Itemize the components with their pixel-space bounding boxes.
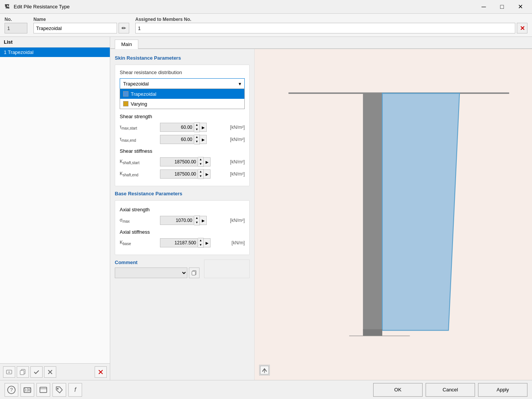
kshaft-start-row: Kshaft,start ▲ ▼ ▶ [kN/m²]: [120, 157, 245, 167]
kbase-down[interactable]: ▼: [198, 243, 203, 247]
base-resistance-group: Axial strength σmax ▲ ▼: [115, 200, 250, 255]
tau-end-up[interactable]: ▲: [194, 135, 200, 139]
kshaft-end-spin: ▲ ▼: [198, 169, 204, 179]
svg-point-24: [57, 388, 59, 390]
tau-end-down[interactable]: ▼: [194, 139, 200, 144]
no-group: No.: [5, 17, 27, 33]
comment-area: Comment: [115, 260, 200, 278]
varying-swatch: [123, 101, 128, 106]
assigned-input[interactable]: [135, 23, 515, 33]
kshaft-end-up[interactable]: ▲: [198, 169, 203, 174]
kshaft-start-arrow-button[interactable]: ▶: [204, 157, 211, 166]
distribution-options: Trapezoidal Varying: [120, 89, 245, 109]
sigma-max-arrow-button[interactable]: ▶: [200, 216, 207, 225]
tab-main[interactable]: Main: [115, 40, 138, 49]
svg-text:f: f: [74, 386, 77, 393]
list-item[interactable]: 1 Trapezoidal: [0, 48, 110, 57]
delete-button[interactable]: [95, 366, 107, 378]
tau-end-unit: [kN/m²]: [230, 137, 245, 142]
tau-start-row: τmax,start ▲ ▼ ▶ [kN/m²]: [120, 122, 245, 132]
kshaft-end-arrow-button[interactable]: ▶: [204, 169, 211, 179]
kshaft-end-down[interactable]: ▼: [198, 174, 203, 179]
kshaft-start-input-wrap: ▲ ▼ ▶: [160, 157, 226, 167]
svg-rect-14: [363, 329, 382, 336]
apply-button[interactable]: Apply: [478, 383, 527, 397]
sidebar: List 1 Trapezoidal +: [0, 37, 110, 380]
kbase-input[interactable]: [160, 238, 198, 247]
close-button[interactable]: ✕: [511, 2, 529, 12]
kbase-up[interactable]: ▲: [198, 238, 203, 243]
kshaft-start-up[interactable]: ▲: [198, 157, 203, 162]
numeric-button[interactable]: 0.00: [21, 383, 34, 397]
tau-end-row: τmax,end ▲ ▼ ▶ [kN/m²]: [120, 135, 245, 144]
uncheck-button[interactable]: [44, 366, 56, 378]
option-trapezoidal[interactable]: Trapezoidal: [120, 89, 244, 99]
tau-end-arrow-button[interactable]: ▶: [200, 135, 207, 144]
distribution-dropdown[interactable]: Trapezoidal ▾: [120, 78, 245, 89]
sigma-max-up[interactable]: ▲: [194, 216, 200, 220]
assigned-label: Assigned to Members No.: [135, 17, 527, 22]
viz-panel: [255, 49, 532, 380]
kshaft-start-unit: [kN/m²]: [230, 159, 245, 165]
window-title: Edit Pile Resistance Type: [14, 4, 475, 10]
svg-marker-13: [382, 93, 459, 330]
kbase-arrow-button[interactable]: ▶: [204, 238, 211, 247]
dropdown-arrow-icon: ▾: [239, 81, 241, 87]
window-controls: ─ □ ✕: [475, 2, 529, 12]
ok-button[interactable]: OK: [373, 383, 423, 397]
sigma-max-input[interactable]: [160, 216, 194, 225]
tau-start-label: τmax,start: [120, 124, 158, 130]
name-edit-button[interactable]: ✏: [119, 23, 129, 33]
dialog-body: No. Name ✏ Assigned to Members No. ✕ Lis…: [0, 14, 532, 399]
tau-end-spin: ▲ ▼: [194, 135, 200, 144]
formula-button[interactable]: f: [68, 383, 82, 397]
assigned-clear-button[interactable]: ✕: [517, 23, 527, 33]
sigma-max-input-wrap: ▲ ▼ ▶: [160, 215, 226, 225]
svg-text:+: +: [8, 370, 10, 374]
shear-strength-label: Shear strength: [120, 114, 245, 119]
kbase-input-wrap: ▲ ▼ ▶: [160, 238, 228, 248]
kshaft-start-down[interactable]: ▼: [198, 162, 203, 166]
kshaft-end-input[interactable]: [160, 169, 198, 179]
tau-end-input[interactable]: [160, 135, 194, 144]
sigma-max-down[interactable]: ▼: [194, 220, 200, 225]
trapezoidal-swatch: [123, 91, 128, 97]
view-button[interactable]: [36, 383, 50, 397]
help-button[interactable]: ?: [5, 383, 18, 397]
tau-start-up[interactable]: ▲: [194, 123, 200, 127]
name-input[interactable]: [33, 23, 117, 33]
check-button[interactable]: [30, 366, 43, 378]
add-button[interactable]: +: [3, 366, 15, 378]
comment-select[interactable]: [115, 268, 187, 278]
minimize-button[interactable]: ─: [475, 2, 492, 12]
comment-copy-button[interactable]: [189, 268, 200, 278]
kshaft-end-label: Kshaft,end: [120, 171, 158, 177]
viz-export-button[interactable]: [259, 365, 270, 375]
kshaft-end-row: Kshaft,end ▲ ▼ ▶ [kN/m²]: [120, 169, 245, 179]
tau-start-unit: [kN/m²]: [230, 125, 245, 130]
tau-start-input[interactable]: [160, 123, 194, 132]
distribution-label: Shear resistance distribution: [120, 70, 245, 75]
assigned-row: ✕: [135, 23, 527, 33]
bottom-form-row: Comment: [115, 260, 250, 278]
kbase-spin: ▲ ▼: [198, 238, 204, 248]
maximize-button[interactable]: □: [493, 2, 511, 12]
tau-start-down[interactable]: ▼: [194, 127, 200, 132]
kshaft-start-input[interactable]: [160, 157, 198, 166]
cancel-button[interactable]: Cancel: [426, 383, 475, 397]
kshaft-start-label: Kshaft,start: [120, 159, 158, 165]
tau-start-arrow-button[interactable]: ▶: [200, 123, 207, 132]
copy-button[interactable]: [17, 366, 29, 378]
skin-resistance-title: Skin Resistance Parameters: [115, 55, 250, 61]
option-varying[interactable]: Varying: [120, 99, 244, 109]
distribution-value: Trapezoidal: [123, 81, 149, 87]
app-icon: 🏗: [3, 3, 11, 11]
name-row: ✏: [33, 23, 129, 33]
sidebar-toolbar: +: [0, 363, 110, 380]
skin-resistance-group: Shear resistance distribution Trapezoida…: [115, 65, 250, 186]
kshaft-end-input-wrap: ▲ ▼ ▶: [160, 169, 226, 179]
svg-text:?: ?: [10, 387, 13, 393]
no-input[interactable]: [5, 23, 27, 33]
tag-button[interactable]: [52, 383, 66, 397]
content-area: List 1 Trapezoidal +: [0, 37, 532, 380]
